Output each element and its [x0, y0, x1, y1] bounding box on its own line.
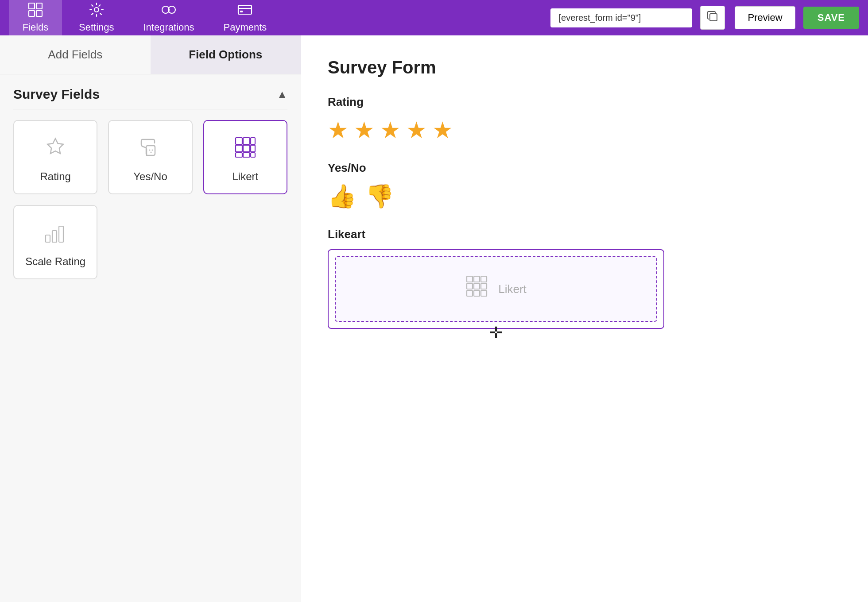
tabs: Add Fields Field Options — [0, 35, 301, 74]
section-divider — [13, 109, 287, 109]
svg-point-12 — [152, 150, 153, 151]
svg-rect-24 — [52, 231, 57, 242]
save-button[interactable]: SAVE — [803, 7, 859, 29]
svg-rect-16 — [251, 138, 255, 144]
section-header: Survey Fields ▲ — [0, 74, 301, 109]
nav-payments-label: Payments — [223, 22, 267, 33]
svg-rect-27 — [474, 276, 480, 282]
svg-rect-15 — [243, 138, 250, 144]
nav-integrations-label: Integrations — [143, 22, 194, 33]
star-4[interactable]: ★ — [406, 117, 427, 143]
svg-point-4 — [94, 8, 99, 12]
likert-inner: Likert — [335, 256, 657, 322]
right-panel: Survey Form Rating ★ ★ ★ ★ ★ Yes/No 👍 👎 … — [301, 35, 868, 602]
field-card-yesno-label: Yes/No — [133, 170, 167, 183]
likert-inner-label: Likert — [498, 282, 527, 296]
svg-point-13 — [151, 152, 152, 153]
star-5[interactable]: ★ — [432, 117, 453, 143]
settings-icon — [89, 2, 104, 19]
stars-row: ★ ★ ★ ★ ★ — [328, 117, 841, 143]
field-card-likert-label: Likert — [232, 170, 258, 183]
field-card-scale-rating-label: Scale Rating — [25, 255, 85, 268]
svg-rect-29 — [467, 283, 473, 289]
likert-section: Likeart — [328, 228, 841, 329]
svg-rect-21 — [243, 153, 250, 157]
payments-icon — [237, 2, 252, 19]
field-card-rating-label: Rating — [40, 170, 70, 183]
shortcode-input[interactable] — [550, 8, 692, 27]
star-2[interactable]: ★ — [354, 117, 375, 143]
svg-rect-34 — [481, 290, 487, 296]
svg-rect-18 — [243, 145, 250, 152]
field-card-yesno[interactable]: Yes/No — [108, 120, 192, 194]
nav-integrations[interactable]: Integrations — [131, 0, 207, 37]
field-card-scale-rating[interactable]: Scale Rating — [13, 205, 97, 279]
copy-shortcode-button[interactable] — [700, 6, 725, 30]
left-panel: Add Fields Field Options Survey Fields ▲… — [0, 35, 301, 602]
tab-field-options[interactable]: Field Options — [151, 35, 301, 74]
svg-rect-0 — [29, 3, 35, 9]
thumb-down-icon[interactable]: 👎 — [365, 183, 394, 210]
svg-rect-1 — [29, 11, 35, 16]
svg-rect-19 — [251, 145, 255, 152]
nav-settings-label: Settings — [79, 22, 114, 33]
rating-section: Rating ★ ★ ★ ★ ★ — [328, 95, 841, 143]
star-1[interactable]: ★ — [328, 117, 349, 143]
svg-rect-25 — [59, 226, 63, 242]
field-card-likert[interactable]: Likert — [203, 120, 287, 194]
nav-fields[interactable]: Fields — [9, 0, 62, 37]
svg-rect-31 — [481, 283, 487, 289]
likeart-section-label: Likeart — [328, 228, 841, 241]
svg-rect-7 — [238, 5, 252, 14]
svg-rect-28 — [481, 276, 487, 282]
likert-inner-icon — [465, 275, 488, 303]
likert-outer[interactable]: Likert — [328, 249, 664, 329]
field-grid: Rating Yes/No — [0, 120, 301, 279]
integrations-icon — [161, 2, 176, 19]
star-3[interactable]: ★ — [380, 117, 401, 143]
fields-icon — [28, 2, 43, 19]
likert-icon — [233, 135, 258, 163]
svg-rect-26 — [467, 276, 473, 282]
svg-rect-30 — [474, 283, 480, 289]
svg-point-11 — [149, 150, 151, 151]
rating-section-label: Rating — [328, 95, 841, 109]
drag-handle-icon[interactable]: ✛ — [489, 324, 503, 342]
survey-fields-title: Survey Fields — [13, 87, 100, 102]
svg-rect-33 — [474, 290, 480, 296]
field-card-rating[interactable]: Rating — [13, 120, 97, 194]
svg-rect-20 — [236, 153, 242, 157]
svg-rect-23 — [46, 235, 50, 242]
svg-rect-9 — [240, 11, 243, 12]
tab-add-fields[interactable]: Add Fields — [0, 35, 151, 74]
yesno-row: 👍 👎 — [328, 183, 841, 210]
topnav: Fields Settings Integrations Paymen — [0, 0, 868, 35]
rating-icon — [43, 135, 68, 163]
svg-rect-22 — [251, 153, 255, 157]
svg-rect-32 — [467, 290, 473, 296]
svg-rect-17 — [236, 145, 242, 152]
nav-payments[interactable]: Payments — [211, 0, 279, 37]
scale-rating-icon — [43, 220, 68, 248]
yesno-section: Yes/No 👍 👎 — [328, 161, 841, 210]
svg-rect-3 — [36, 11, 42, 16]
yesno-icon — [138, 135, 163, 163]
svg-rect-14 — [236, 138, 242, 144]
svg-rect-10 — [710, 14, 717, 21]
collapse-button[interactable]: ▲ — [277, 88, 287, 100]
svg-rect-2 — [36, 3, 42, 9]
yesno-section-label: Yes/No — [328, 161, 841, 175]
form-title: Survey Form — [328, 58, 841, 77]
main-layout: Add Fields Field Options Survey Fields ▲… — [0, 35, 868, 602]
preview-button[interactable]: Preview — [735, 6, 795, 29]
nav-settings[interactable]: Settings — [66, 0, 127, 37]
thumb-up-icon[interactable]: 👍 — [328, 183, 356, 210]
nav-fields-label: Fields — [23, 22, 49, 33]
